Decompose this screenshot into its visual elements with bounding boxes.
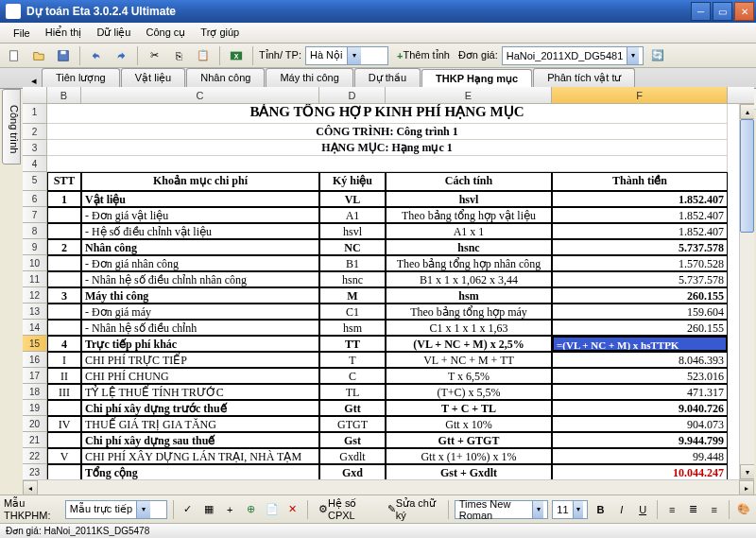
row-header[interactable]: 5 [23, 172, 47, 191]
new-icon[interactable] [4, 45, 25, 66]
cell[interactable]: 5.737.578 [552, 271, 728, 287]
scroll-thumb[interactable] [740, 119, 754, 233]
template-combo[interactable]: Mẫu trực tiếp ▾ [65, 500, 167, 519]
cell[interactable]: (T+C) x 5,5% [386, 384, 552, 400]
tab-nhân-công[interactable]: Nhân công [186, 68, 265, 88]
row-header[interactable]: 2 [23, 124, 47, 140]
cell[interactable]: VL [319, 191, 386, 207]
cell[interactable] [47, 156, 728, 172]
cell[interactable]: THUẾ GIÁ TRỊ GIA TĂNG [81, 416, 319, 432]
cell[interactable] [47, 304, 81, 320]
cell[interactable]: Theo bảng tổng hợp vật liệu [386, 207, 552, 223]
tool-plus-icon[interactable]: + [221, 499, 238, 520]
fontsize-combo[interactable]: 11 ▾ [552, 500, 588, 519]
cell[interactable]: NC [319, 239, 386, 255]
row-header[interactable]: 17 [23, 368, 47, 384]
cell[interactable]: C1 x 1 x 1 x 1,63 [386, 320, 552, 336]
cut-icon[interactable]: ✂ [144, 45, 164, 66]
cell[interactable]: hsvl [319, 223, 386, 239]
cell[interactable]: - Đơn giá máy [81, 304, 319, 320]
cell[interactable]: 99.448 [552, 448, 728, 464]
cell[interactable]: 1.570.528 [552, 255, 728, 271]
cell[interactable]: - Đơn giá vật liệu [81, 207, 319, 223]
cell[interactable]: Cách tính [386, 172, 552, 191]
scroll-left-icon[interactable]: ◂ [23, 480, 38, 495]
redo-icon[interactable] [111, 45, 131, 66]
excel-icon[interactable]: X [226, 45, 247, 66]
cell[interactable]: Vật liệu [81, 191, 319, 207]
edit-signature-button[interactable]: ✎Sửa chữ ký [383, 499, 442, 520]
underline-button[interactable]: U [634, 499, 651, 520]
cell[interactable]: Gtt + GTGT [386, 432, 552, 448]
tool-doc-icon[interactable]: 📄 [264, 499, 281, 520]
cell[interactable]: 904.073 [552, 416, 728, 432]
cell[interactable]: C1 [319, 304, 386, 320]
cell[interactable]: B1 x 1 x 1,062 x 3,44 [386, 271, 552, 287]
cell[interactable]: Theo bảng tổng hợp nhân công [386, 255, 552, 271]
cell[interactable] [47, 400, 81, 416]
cell[interactable]: hsnc [386, 239, 552, 255]
cell[interactable]: hsnc [319, 271, 386, 287]
cell[interactable]: 3 [47, 287, 81, 304]
col-header-F[interactable]: F [552, 87, 728, 103]
cell[interactable]: Gtt x 10% [386, 416, 552, 432]
cell[interactable] [47, 432, 81, 448]
align-right-button[interactable]: ≡ [706, 499, 723, 520]
province-combo[interactable]: Hà Nội ▾ [305, 46, 388, 65]
tool-sheet-icon[interactable]: ▦ [200, 499, 217, 520]
tab-máy-thi-công[interactable]: Máy thi công [266, 68, 352, 88]
col-header-B[interactable]: B [47, 87, 81, 103]
cell[interactable]: V [47, 448, 81, 464]
tab-tiên-lượng[interactable]: Tiên lượng [42, 68, 120, 88]
tab-dự-thầu[interactable]: Dự thầu [354, 68, 421, 88]
row-header[interactable]: 21 [23, 432, 47, 448]
cell[interactable]: 9.944.799 [552, 432, 728, 448]
paste-icon[interactable]: 📋 [193, 45, 214, 66]
cell[interactable]: III [47, 384, 81, 400]
cell[interactable]: - Hệ số điều chỉnh vật liệu [81, 223, 319, 239]
refresh-icon[interactable]: 🔄 [647, 45, 668, 66]
col-header-C[interactable]: C [81, 87, 319, 103]
fill-color-button[interactable]: 🎨 [735, 499, 752, 520]
cell[interactable]: Gxdlt [319, 448, 386, 464]
cell[interactable] [47, 255, 81, 271]
menu-tools[interactable]: Công cụ [139, 26, 194, 39]
cell[interactable]: II [47, 368, 81, 384]
menu-file[interactable]: File [6, 27, 38, 39]
cell[interactable]: Chi phí xây dựng trước thuế [81, 400, 319, 416]
vertical-scrollbar[interactable]: ▴ ▾ [739, 104, 754, 479]
price-combo[interactable]: HaNoi_2011XD_DG5481 ▾ [502, 46, 644, 65]
cell[interactable]: hsm [386, 287, 552, 304]
row-header[interactable]: 14 [23, 320, 47, 336]
menu-data[interactable]: Dữ liệu [89, 26, 138, 39]
cell[interactable]: Ký hiệu [319, 172, 386, 191]
menu-display[interactable]: Hiển thị [38, 26, 90, 39]
cell[interactable]: Chi phí xây dựng sau thuế [81, 432, 319, 448]
cell[interactable]: =(VL + NC + M) x hsTTPK [552, 336, 728, 352]
cell[interactable]: HẠNG MỤC: Hạng mục 1 [47, 140, 728, 156]
cell[interactable]: Theo bảng tổng hợp máy [386, 304, 552, 320]
italic-button[interactable]: I [613, 499, 630, 520]
cell[interactable] [47, 207, 81, 223]
cell[interactable]: - Nhân hệ số điều chỉnh nhân công [81, 271, 319, 287]
row-header[interactable]: 1 [23, 104, 47, 124]
font-combo[interactable]: Times New Roman ▾ [455, 500, 549, 519]
row-header[interactable]: 12 [23, 287, 47, 304]
cell[interactable]: Máy thi công [81, 287, 319, 304]
minimize-button[interactable]: ─ [691, 2, 711, 21]
align-center-button[interactable]: ≣ [684, 499, 701, 520]
open-icon[interactable] [28, 45, 49, 66]
cell[interactable]: 159.604 [552, 304, 728, 320]
col-header-E[interactable]: E [386, 87, 552, 103]
cell[interactable] [47, 271, 81, 287]
tool-check-icon[interactable]: ✓ [179, 499, 196, 520]
add-province-button[interactable]: +Thêm tỉnh [392, 45, 455, 66]
maximize-button[interactable]: ▭ [713, 2, 732, 21]
cell[interactable]: hsm [319, 320, 386, 336]
row-header[interactable]: 8 [23, 223, 47, 239]
close-button[interactable]: ✕ [734, 2, 754, 21]
cell[interactable]: CHI PHÍ CHUNG [81, 368, 319, 384]
cell[interactable]: BẢNG TỔNG HỢP KINH PHÍ HẠNG MỤC [47, 104, 728, 124]
row-header[interactable]: 15 [23, 336, 47, 352]
row-header[interactable]: 16 [23, 352, 47, 368]
